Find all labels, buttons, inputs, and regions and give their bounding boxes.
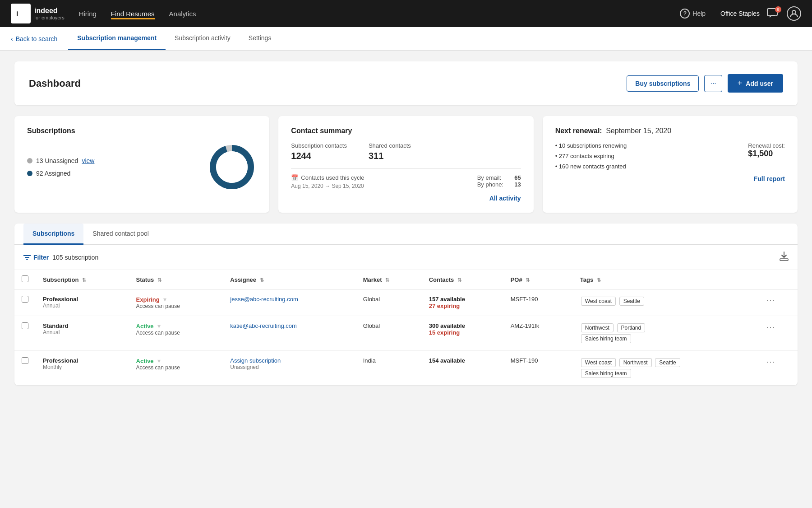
cycle-right: By email: 65 By phone: 13 — [477, 174, 521, 188]
sort-po: ⇅ — [526, 277, 530, 283]
svg-point-6 — [216, 151, 248, 183]
row0-status-sub: Access can pause — [136, 303, 216, 309]
sort-assignee: ⇅ — [260, 277, 264, 283]
col-contacts[interactable]: Contacts ⇅ — [422, 270, 503, 289]
col-market[interactable]: Market ⇅ — [356, 270, 422, 289]
col-subscription[interactable]: Subscription ⇅ — [36, 270, 129, 289]
row2-actions[interactable]: ··· — [759, 351, 798, 386]
logo-area: i indeed for employers — [11, 4, 65, 23]
nav-hiring[interactable]: Hiring — [79, 8, 97, 19]
row1-actions[interactable]: ··· — [759, 316, 798, 351]
renewal-cost-row: • 10 subscriptions renewing • 277 contac… — [555, 142, 785, 170]
tab-settings[interactable]: Settings — [240, 27, 281, 50]
user-icon[interactable] — [787, 6, 801, 21]
row2-more-icon[interactable]: ··· — [766, 357, 775, 366]
row2-status: Active ▾ Access can pause — [129, 351, 223, 386]
assigned-count: 92 Assigned — [36, 170, 70, 177]
nav-links: Hiring Find Resumes Analytics — [79, 8, 680, 19]
back-to-search[interactable]: ‹ Back to search — [11, 35, 57, 42]
unassigned-legend: 13 Unassigned view — [27, 157, 94, 164]
row1-assignee: katie@abc-recruiting.com — [223, 316, 355, 351]
back-label: Back to search — [16, 35, 58, 42]
add-user-button[interactable]: + Add user — [728, 74, 783, 93]
tab-shared-pool[interactable]: Shared contact pool — [83, 224, 158, 245]
table-section: Subscriptions Shared contact pool Filter… — [14, 224, 798, 385]
calendar-icon: 📅 — [291, 174, 298, 181]
sort-tags: ⇅ — [597, 277, 601, 283]
row1-contacts: 300 available 15 expiring — [422, 316, 503, 351]
back-arrow: ‹ — [11, 35, 13, 42]
select-all-checkbox[interactable] — [22, 275, 28, 282]
sub-nav-tabs: Subscription management Subscription act… — [68, 27, 280, 50]
row2-checkbox — [14, 351, 36, 386]
col-po[interactable]: PO# ⇅ — [503, 270, 573, 289]
help-button[interactable]: ? Help — [680, 9, 706, 19]
row1-more-icon[interactable]: ··· — [766, 322, 775, 331]
row2-select[interactable] — [22, 357, 28, 364]
office-name: Office Staples — [720, 10, 760, 17]
sort-market: ⇅ — [385, 277, 389, 283]
nav-analytics[interactable]: Analytics — [169, 8, 196, 19]
svg-rect-10 — [780, 259, 788, 261]
download-button[interactable] — [780, 251, 789, 263]
row0-market: Global — [356, 289, 422, 316]
row2-contacts: 154 available — [422, 351, 503, 386]
row1-status: Active ▾ Access can pause — [129, 316, 223, 351]
legend: 13 Unassigned view 92 Assigned — [27, 157, 94, 177]
row0-select[interactable] — [22, 296, 28, 303]
row1-status-dropdown[interactable]: ▾ — [157, 322, 161, 330]
view-link[interactable]: view — [82, 157, 94, 164]
row1-checkbox — [14, 316, 36, 351]
row0-status-dropdown[interactable]: ▾ — [163, 296, 166, 303]
col-assignee[interactable]: Assignee ⇅ — [223, 270, 355, 289]
svg-text:i: i — [16, 10, 18, 18]
help-icon: ? — [680, 9, 690, 19]
row2-status-dropdown[interactable]: ▾ — [157, 357, 161, 364]
full-report-link[interactable]: Full report — [555, 175, 785, 182]
sort-status: ⇅ — [157, 277, 161, 283]
assigned-dot — [27, 171, 32, 176]
renewal-date: September 15, 2020 — [606, 127, 671, 135]
filter-area: Filter 105 subscription — [23, 254, 98, 261]
shared-contacts: Shared contacts 311 — [369, 142, 411, 161]
row0-checkbox — [14, 289, 36, 316]
row0-more-icon[interactable]: ··· — [766, 296, 775, 305]
row0-actions[interactable]: ··· — [759, 289, 798, 316]
chat-icon[interactable]: 8 — [767, 8, 780, 19]
subscription-contacts: Subscription contacts 1244 — [291, 142, 347, 161]
nav-divider — [713, 7, 713, 20]
col-status[interactable]: Status ⇅ — [129, 270, 223, 289]
row0-contacts: 157 available 27 expiring — [422, 289, 503, 316]
dashboard-card: Dashboard Buy subscriptions ··· + Add us… — [14, 61, 798, 105]
row0-po: MSFT-190 — [503, 289, 573, 316]
svg-point-3 — [792, 10, 796, 14]
row1-select[interactable] — [22, 322, 28, 329]
row1-status-label: Active — [136, 323, 154, 330]
more-options-button[interactable]: ··· — [704, 75, 722, 92]
renewal-card: Next renewal: September 15, 2020 • 10 su… — [543, 116, 798, 213]
all-activity-link[interactable]: All activity — [291, 195, 521, 202]
tab-subscription-management[interactable]: Subscription management — [68, 27, 166, 50]
cycle-left: 📅 Contacts used this cycle Aug 15, 2020 … — [291, 174, 364, 189]
filter-label: Filter — [33, 254, 49, 261]
table-row: Professional Monthly Active ▾ Access can… — [14, 351, 798, 386]
col-actions — [759, 270, 798, 289]
shared-contacts-label: Shared contacts — [369, 142, 411, 149]
row0-tags: West coast Seattle — [573, 289, 759, 316]
by-email-row: By email: 65 — [477, 174, 521, 181]
subscriptions-card-title: Subscriptions — [27, 127, 257, 135]
subscriptions-content: 13 Unassigned view 92 Assigned — [27, 142, 257, 192]
renewal-item-1: • 277 contacts expiring — [555, 153, 627, 159]
buy-subscriptions-button[interactable]: Buy subscriptions — [627, 75, 699, 92]
row2-assignee: Assign subscription Unassigned — [223, 351, 355, 386]
tab-subscription-activity[interactable]: Subscription activity — [166, 27, 240, 50]
filter-button[interactable]: Filter — [23, 254, 49, 261]
renewal-cost: Renewal cost: $1,500 — [748, 142, 785, 158]
row2-po: MSFT-190 — [503, 351, 573, 386]
nav-find-resumes[interactable]: Find Resumes — [111, 8, 155, 19]
app-sub: for employers — [34, 15, 65, 20]
unassigned-label: Unassigned — [230, 364, 348, 370]
tab-subscriptions[interactable]: Subscriptions — [23, 224, 83, 245]
col-tags[interactable]: Tags ⇅ — [573, 270, 759, 289]
assign-subscription-link[interactable]: Assign subscription — [230, 357, 348, 364]
